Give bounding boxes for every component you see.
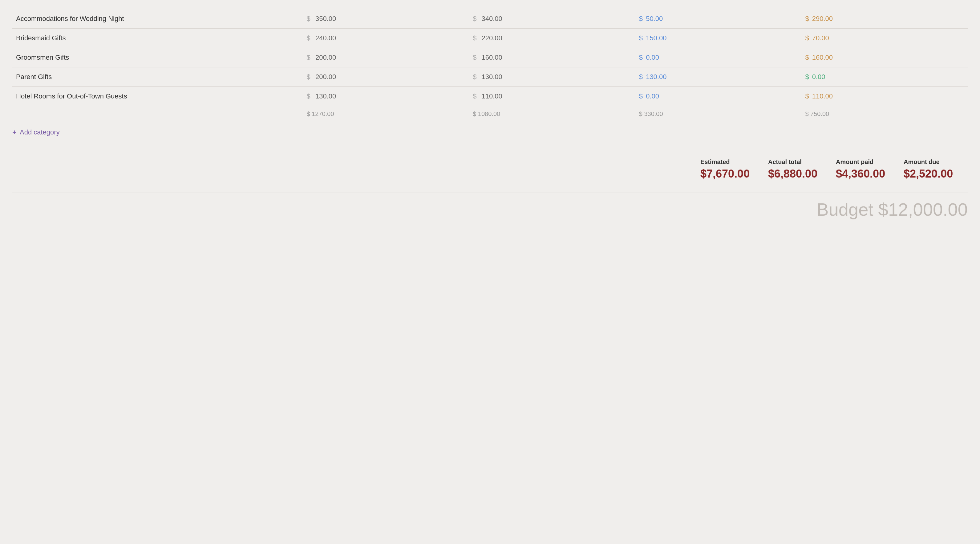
due-value-cell: 290.00	[812, 15, 833, 22]
due-value-cell: 160.00	[812, 54, 833, 61]
subtotal-due: $ 750.00	[801, 106, 968, 122]
dollar-icon: $	[639, 15, 643, 22]
estimated-label: Estimated	[700, 159, 761, 165]
row-label: Groomsmen Gifts	[12, 48, 303, 67]
estimated-value-cell: 200.00	[315, 54, 336, 61]
paid-value-cell: 130.00	[646, 73, 667, 81]
total-actual-col: Actual total $6,880.00	[764, 155, 832, 183]
dollar-icon: $	[805, 15, 809, 22]
total-due-col: Amount due $2,520.00	[900, 155, 968, 183]
dollar-icon: $	[473, 54, 476, 61]
paid-value: $4,360.00	[836, 167, 896, 180]
row-label: Accommodations for Wedding Night	[12, 9, 303, 29]
dollar-icon: $	[307, 15, 310, 22]
row-label: Hotel Rooms for Out-of-Town Guests	[12, 87, 303, 106]
row-label: Parent Gifts	[12, 67, 303, 87]
subtotal-paid: $ 330.00	[635, 106, 802, 122]
estimated-cell: $ 130.00	[303, 87, 469, 106]
table-row[interactable]: Hotel Rooms for Out-of-Town Guests $ 130…	[12, 87, 968, 106]
actual-value-cell: 130.00	[482, 73, 502, 81]
actual-cell: $ 160.00	[469, 48, 635, 67]
estimated-value-cell: 240.00	[315, 34, 336, 42]
dollar-icon: $	[805, 92, 809, 100]
paid-cell: $ 0.00	[635, 48, 802, 67]
dollar-icon: $	[805, 73, 809, 81]
dollar-icon: $	[473, 73, 476, 81]
total-estimated-col: Estimated $7,670.00	[697, 155, 764, 183]
actual-cell: $ 110.00	[469, 87, 635, 106]
estimated-value: $7,670.00	[700, 167, 761, 180]
paid-label: Amount paid	[836, 159, 896, 165]
dollar-icon: $	[473, 15, 476, 22]
dollar-icon: $	[639, 34, 643, 42]
estimated-cell: $ 240.00	[303, 29, 469, 48]
due-value-cell: 0.00	[812, 73, 826, 81]
estimated-cell: $ 350.00	[303, 9, 469, 29]
dollar-icon: $	[805, 54, 809, 61]
plus-icon: +	[12, 128, 17, 136]
table-row[interactable]: Accommodations for Wedding Night $ 350.0…	[12, 9, 968, 29]
table-row[interactable]: Groomsmen Gifts $ 200.00 $ 160.00 $ 0.00…	[12, 48, 968, 67]
dollar-icon: $	[473, 92, 476, 100]
estimated-value-cell: 200.00	[315, 73, 336, 81]
paid-cell: $ 0.00	[635, 87, 802, 106]
paid-cell: $ 50.00	[635, 9, 802, 29]
dollar-icon: $	[307, 92, 310, 100]
total-paid-col: Amount paid $4,360.00	[832, 155, 900, 183]
dollar-icon: $	[307, 73, 310, 81]
actual-cell: $ 340.00	[469, 9, 635, 29]
subtotal-estimated: $ 1270.00	[303, 106, 469, 122]
estimated-cell: $ 200.00	[303, 67, 469, 87]
due-label: Amount due	[904, 159, 964, 165]
table-row[interactable]: Parent Gifts $ 200.00 $ 130.00 $ 130.00 …	[12, 67, 968, 87]
estimated-cell: $ 200.00	[303, 48, 469, 67]
table-row[interactable]: Bridesmaid Gifts $ 240.00 $ 220.00 $ 150…	[12, 29, 968, 48]
due-cell: $ 110.00	[801, 87, 968, 106]
due-cell: $ 160.00	[801, 48, 968, 67]
estimated-value-cell: 350.00	[315, 15, 336, 22]
actual-cell: $ 220.00	[469, 29, 635, 48]
actual-value-cell: 160.00	[482, 54, 502, 61]
paid-value-cell: 0.00	[646, 92, 659, 100]
budget-footer-text: Budget $12,000.00	[817, 199, 968, 219]
due-value: $2,520.00	[904, 167, 964, 180]
actual-value: $6,880.00	[768, 167, 829, 180]
actual-cell: $ 130.00	[469, 67, 635, 87]
due-cell: $ 290.00	[801, 9, 968, 29]
actual-value-cell: 340.00	[482, 15, 502, 22]
budget-table: Accommodations for Wedding Night $ 350.0…	[12, 9, 968, 122]
subtotal-actual: $ 1080.00	[469, 106, 635, 122]
paid-cell: $ 150.00	[635, 29, 802, 48]
dollar-icon: $	[639, 73, 643, 81]
estimated-value-cell: 130.00	[315, 92, 336, 100]
actual-value-cell: 220.00	[482, 34, 502, 42]
actual-label: Actual total	[768, 159, 829, 165]
subtotal-empty	[12, 106, 303, 122]
dollar-icon: $	[639, 92, 643, 100]
add-category-button[interactable]: + Add category	[12, 122, 968, 146]
dollar-icon: $	[805, 34, 809, 42]
paid-cell: $ 130.00	[635, 67, 802, 87]
row-label: Bridesmaid Gifts	[12, 29, 303, 48]
paid-value-cell: 150.00	[646, 34, 667, 42]
add-category-label: Add category	[20, 128, 60, 136]
budget-footer: Budget $12,000.00	[12, 193, 968, 220]
dollar-icon: $	[307, 34, 310, 42]
paid-value-cell: 0.00	[646, 54, 659, 61]
due-cell: $ 70.00	[801, 29, 968, 48]
due-value-cell: 70.00	[812, 34, 829, 42]
subtotal-row: $ 1270.00 $ 1080.00 $ 330.00 $ 750.00	[12, 106, 968, 122]
due-cell: $ 0.00	[801, 67, 968, 87]
paid-value-cell: 50.00	[646, 15, 663, 22]
dollar-icon: $	[639, 54, 643, 61]
dollar-icon: $	[307, 54, 310, 61]
actual-value-cell: 110.00	[482, 92, 502, 100]
totals-section: Estimated $7,670.00 Actual total $6,880.…	[12, 149, 968, 183]
due-value-cell: 110.00	[812, 92, 833, 100]
dollar-icon: $	[473, 34, 476, 42]
